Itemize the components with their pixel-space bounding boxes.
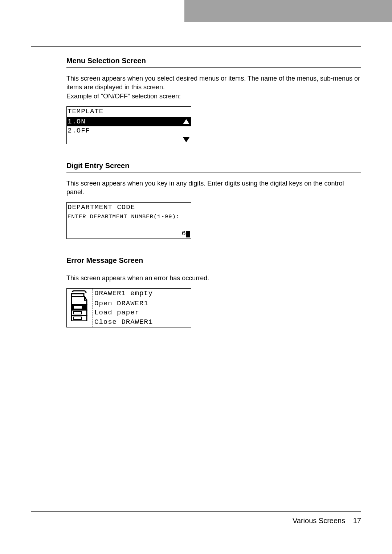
section-title-error: Error Message Screen bbox=[66, 256, 361, 267]
section-body-menu: This screen appears when you select desi… bbox=[66, 74, 361, 144]
top-bar bbox=[0, 0, 392, 22]
lcd-digit-value-row: 6 bbox=[67, 229, 191, 239]
section-title-menu: Menu Selection Screen bbox=[66, 57, 361, 68]
lcd-error-line2: Load paper bbox=[93, 308, 191, 318]
svg-rect-3 bbox=[74, 306, 82, 309]
lcd-menu-row1-text: 1.ON bbox=[68, 118, 86, 126]
section-error-message: Error Message Screen This screen appears… bbox=[31, 256, 361, 327]
lcd-menu-row-on: 1.ON bbox=[67, 117, 191, 127]
page-content: Menu Selection Screen This screen appear… bbox=[31, 46, 361, 327]
footer-label: Various Screens bbox=[293, 517, 345, 525]
lcd-error-header: DRAWER1 empty bbox=[93, 289, 191, 299]
error-text-column: DRAWER1 empty Open DRAWER1 Load paper Cl… bbox=[93, 289, 191, 327]
section-menu-selection: Menu Selection Screen This screen appear… bbox=[31, 57, 361, 144]
menu-body-text-2: Example of “ON/OFF” selection screen: bbox=[66, 92, 361, 101]
svg-rect-5 bbox=[74, 311, 82, 314]
footer-page-number: 17 bbox=[353, 517, 361, 525]
lcd-menu-selection: TEMPLATE 1.ON 2.OFF bbox=[66, 106, 191, 144]
lcd-digit-prompt: ENTER DEPARTMENT NUMBER(1-99): bbox=[67, 213, 191, 221]
svg-rect-7 bbox=[74, 317, 82, 319]
lcd-digit-entry: DEPARTMENT CODE ENTER DEPARTMENT NUMBER(… bbox=[66, 202, 191, 239]
printer-drawers-icon bbox=[69, 290, 91, 321]
lcd-digit-value: 6 bbox=[182, 229, 186, 237]
page-footer: Various Screens 17 bbox=[31, 511, 361, 525]
section-body-digit: This screen appears when you key in any … bbox=[66, 179, 361, 239]
lcd-menu-row-off: 2.OFF bbox=[67, 126, 191, 136]
lcd-menu-row-blank bbox=[67, 136, 191, 144]
lcd-error: DRAWER1 empty Open DRAWER1 Load paper Cl… bbox=[66, 288, 191, 327]
arrow-up-icon bbox=[183, 119, 189, 124]
digit-body-text: This screen appears when you key in any … bbox=[66, 179, 361, 197]
cursor-icon bbox=[186, 231, 190, 237]
lcd-error-line3: Close DRAWER1 bbox=[93, 318, 191, 327]
section-body-error: This screen appears when an error has oc… bbox=[66, 274, 361, 327]
lcd-menu-header: TEMPLATE bbox=[67, 107, 191, 117]
lcd-digit-header: DEPARTMENT CODE bbox=[67, 203, 191, 213]
printer-icon-column bbox=[67, 289, 93, 327]
section-digit-entry: Digit Entry Screen This screen appears w… bbox=[31, 162, 361, 239]
lcd-menu-row2-text: 2.OFF bbox=[68, 127, 90, 135]
lcd-error-line1: Open DRAWER1 bbox=[93, 299, 191, 309]
menu-body-text-1: This screen appears when you select desi… bbox=[66, 74, 361, 92]
lcd-digit-blank bbox=[67, 221, 191, 229]
header-gray-band bbox=[184, 0, 392, 22]
section-title-digit: Digit Entry Screen bbox=[66, 162, 361, 172]
arrow-down-icon bbox=[183, 137, 189, 142]
error-body-text: This screen appears when an error has oc… bbox=[66, 274, 361, 282]
